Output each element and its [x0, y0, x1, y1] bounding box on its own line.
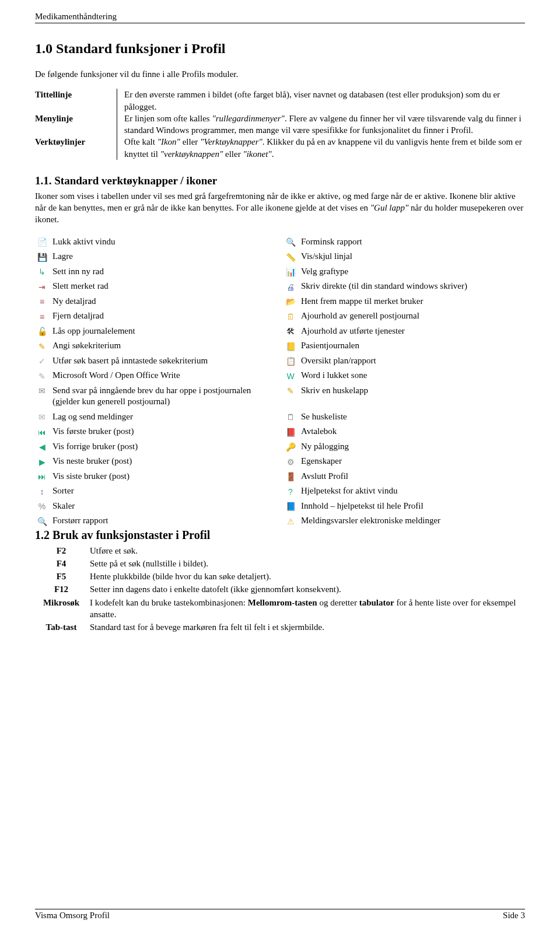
icon-row: ≡Fjern detaljrad🗓Ajourhold av generell p… [35, 309, 525, 324]
icon-label-right: Forminsk rapport [301, 235, 525, 250]
icon-label-right: Pasientjournalen [301, 338, 525, 354]
icon-label-left: Vis neste bruker (post) [52, 454, 284, 469]
icon-label-left: Sett inn ny rad [52, 264, 284, 279]
heading-1-1: 1.1. Standard verktøyknapper / ikoner [35, 174, 525, 187]
fkey-row: F4Sette på et søk (nullstille i bildet). [35, 557, 525, 570]
word-icon: ✎ [35, 368, 52, 383]
icon-label-right: Word i lukket sone [301, 368, 525, 383]
fkey-desc: Setter inn dagens dato i enkelte datofel… [90, 583, 525, 596]
icon-label-right: Avslutt Profil [301, 469, 525, 484]
close-window-icon: 📄 [35, 235, 52, 250]
ruler-icon: 📏 [284, 249, 301, 264]
icon-label-right: Avtalebok [301, 424, 525, 439]
help-context-icon: ? [284, 484, 301, 499]
compose-message-icon: ✉ [35, 410, 52, 425]
icon-row: 💾Lagre📏Vis/skjul linjal [35, 249, 525, 264]
insert-row-icon: ↳ [35, 264, 52, 279]
definitions-table: Tittellinje Er den øverste rammen i bild… [35, 89, 525, 160]
zoom-in-icon: 🔍 [35, 513, 52, 528]
icon-label-right: Vis/skjul linjal [301, 249, 525, 264]
exit-icon: 🚪 [284, 469, 301, 484]
icon-label-left: Angi søkekriterium [52, 338, 284, 354]
paragraph-1-1: Ikoner som vises i tabellen under vil se… [35, 190, 525, 226]
text-bold: Mellomrom-tasten [248, 598, 317, 607]
scale-icon: % [35, 499, 52, 514]
icon-label-right: Se huskeliste [301, 410, 525, 425]
search-criteria-icon: ✎ [35, 338, 52, 354]
last-user-icon: ⏭ [35, 469, 52, 484]
text: eller [223, 149, 243, 159]
toolbar-icons-table: 📄Lukk aktivt vindu🔍Forminsk rapport💾Lagr… [35, 235, 525, 528]
text: . [272, 149, 274, 159]
fkey-name: Mikrosøk [35, 596, 90, 621]
footer-left: Visma Omsorg Profil [35, 911, 110, 921]
icon-label-left: Send svar på inngående brev du har oppe … [52, 383, 284, 410]
icon-row: ✉Send svar på inngående brev du har oppe… [35, 383, 525, 410]
icon-row: ⇥Slett merket rad🖨Skriv direkte (til din… [35, 279, 525, 294]
properties-icon: ⚙ [284, 454, 301, 469]
prev-user-icon: ◀ [35, 439, 52, 454]
icon-row: ↕Sorter?Hjelpetekst for aktivt vindu [35, 484, 525, 499]
icon-row: ≡Ny detaljrad📂Hent frem mappe til merket… [35, 294, 525, 309]
clipboard-icon: 📋 [284, 354, 301, 369]
heading-1-2: 1.2 Bruk av funksjonstaster i Profil [35, 528, 525, 542]
chart-type-icon: 📊 [284, 264, 301, 279]
help-contents-icon: 📘 [284, 499, 301, 514]
intro-paragraph: De følgende funksjoner vil du finne i al… [35, 68, 525, 80]
icon-label-left: Utfør søk basert på inntastede søkekrite… [52, 354, 284, 369]
fkey-row: F2Utføre et søk. [35, 544, 525, 557]
def-term-verktoylinjer: Verktøylinjer [35, 136, 117, 160]
text: I kodefelt kan du bruke tastekombinasjon… [90, 598, 248, 607]
unlock-icon: 🔓 [35, 324, 52, 339]
open-folder-icon: 📂 [284, 294, 301, 309]
icon-label-left: Vis siste bruker (post) [52, 469, 284, 484]
heading-1-0: 1.0 Standard funksjoner i Profil [35, 41, 525, 57]
new-detail-row-icon: ≡ [35, 294, 52, 309]
fkey-desc: Hente plukkbilde (bilde hvor du kan søke… [90, 570, 525, 583]
icon-label-right: Hjelpetekst for aktivt vindu [301, 484, 525, 499]
text: eller [180, 137, 200, 146]
first-user-icon: ⏮ [35, 424, 52, 439]
new-login-icon: 🔑 [284, 439, 301, 454]
icon-row: ▶Vis neste bruker (post)⚙Egenskaper [35, 454, 525, 469]
icon-row: ⏭Vis siste bruker (post)🚪Avslutt Profil [35, 469, 525, 484]
icon-row: ↳Sett inn ny rad📊Velg graftype [35, 264, 525, 279]
icon-label-right: Innhold – hjelpetekst til hele Profil [301, 499, 525, 514]
def-term-menylinje: Menylinje [35, 113, 117, 136]
text: Er linjen som ofte kalles [124, 114, 212, 123]
fkey-name: F2 [35, 544, 90, 557]
fkey-desc: Utføre et søk. [90, 544, 525, 557]
icon-label-left: Microsoft Word / Open Office Write [52, 368, 284, 383]
icon-label-left: Vis første bruker (post) [52, 424, 284, 439]
def-desc-menylinje: Er linjen som ofte kalles "rullegardinme… [117, 113, 526, 136]
fkey-name: F5 [35, 570, 90, 583]
sort-icon: ↕ [35, 484, 52, 499]
text-italic: "verktøyknappen" [160, 149, 223, 159]
icon-row: 📄Lukk aktivt vindu🔍Forminsk rapport [35, 235, 525, 250]
patient-journal-icon: 📒 [284, 338, 301, 354]
text-italic: "Ikon" [158, 137, 180, 146]
text-italic: "Verktøyknapper" [200, 137, 262, 146]
def-desc-tittellinje: Er den øverste rammen i bildet (ofte far… [117, 89, 526, 113]
icon-row: ◀Vis forrige bruker (post)🔑Ny pålogging [35, 439, 525, 454]
icon-label-left: Vis forrige bruker (post) [52, 439, 284, 454]
header-title: Medikamenthåndtering [35, 12, 117, 21]
note-list-icon: 🗒 [284, 410, 301, 425]
fkey-name: F4 [35, 557, 90, 570]
def-term-tittellinje: Tittellinje [35, 89, 117, 113]
next-user-icon: ▶ [35, 454, 52, 469]
icon-label-left: Sorter [52, 484, 284, 499]
fkey-row: Tab-tastStandard tast for å bevege markø… [35, 621, 525, 634]
icon-row: %Skaler📘Innhold – hjelpetekst til hele P… [35, 499, 525, 514]
icon-label-left: Slett merket rad [52, 279, 284, 294]
icon-row: 🔓Lås opp journalelement🛠Ajourhold av utf… [35, 324, 525, 339]
icon-row: ✓Utfør søk basert på inntastede søkekrit… [35, 354, 525, 369]
icon-label-left: Lag og send meldinger [52, 410, 284, 425]
alert-icon: ⚠ [284, 513, 301, 528]
print-direct-icon: 🖨 [284, 279, 301, 294]
fkey-name: Tab-tast [35, 621, 90, 634]
icon-row: ✎Microsoft Word / Open Office WriteWWord… [35, 368, 525, 383]
fkey-desc: Sette på et søk (nullstille i bildet). [90, 557, 525, 570]
icon-label-left: Fjern detaljrad [52, 309, 284, 324]
icon-label-right: Skriv direkte (til din standard windows … [301, 279, 525, 294]
